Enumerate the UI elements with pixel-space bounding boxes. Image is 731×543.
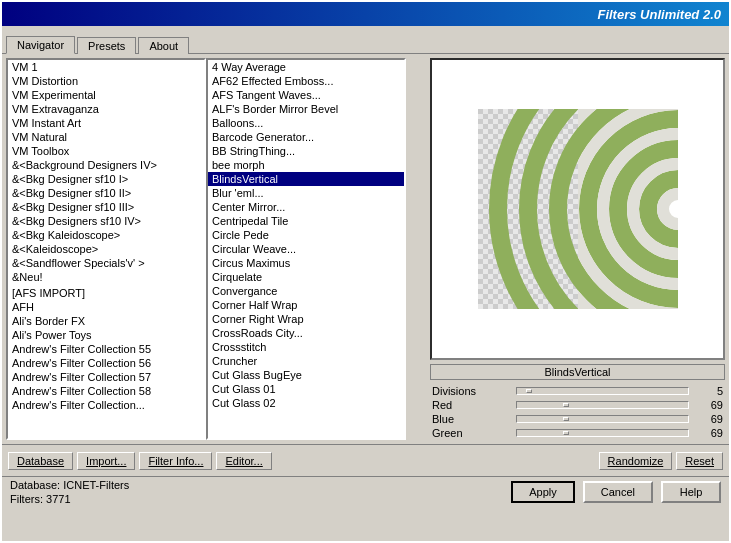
list-item[interactable]: Corner Half Wrap xyxy=(208,298,404,312)
list-item[interactable]: CrossRoads City... xyxy=(208,326,404,340)
param-value-3: 69 xyxy=(693,427,723,439)
param-label-1: Red xyxy=(432,399,512,411)
filters-label: Filters: xyxy=(10,493,43,505)
list-item[interactable]: &<Bkg Designers sf10 IV> xyxy=(8,214,204,228)
database-label: Database: xyxy=(10,479,60,491)
param-slider-3[interactable] xyxy=(516,429,689,437)
filter-category-list-column: VM 1VM DistortionVM ExperimentalVM Extra… xyxy=(6,58,206,440)
param-row-divisions: Divisions 5 xyxy=(430,384,725,398)
list-item[interactable]: Andrew's Filter Collection 56 xyxy=(8,356,204,370)
list-item[interactable]: &<Background Designers IV> xyxy=(8,158,204,172)
list-item[interactable]: BB StringThing... xyxy=(208,144,404,158)
list-item[interactable]: &<Bkg Kaleidoscope> xyxy=(8,228,204,242)
list-item[interactable]: VM Toolbox xyxy=(8,144,204,158)
filter-name-scroll[interactable]: 4 Way AverageAF62 Effected Emboss...AFS … xyxy=(208,60,404,438)
param-row-blue: Blue 69 xyxy=(430,412,725,426)
list-item[interactable]: &<Bkg Designer sf10 I> xyxy=(8,172,204,186)
list-item[interactable]: Cut Glass 01 xyxy=(208,382,404,396)
filter-name-listbox: 4 Way AverageAF62 Effected Emboss...AFS … xyxy=(206,58,406,440)
list-item[interactable]: 4 Way Average xyxy=(208,60,404,74)
list-item[interactable]: &Neu! xyxy=(8,270,204,284)
param-slider-2[interactable] xyxy=(516,415,689,423)
list-item[interactable]: Circus Maximus xyxy=(208,256,404,270)
list-item[interactable]: Corner Right Wrap xyxy=(208,312,404,326)
param-value-2: 69 xyxy=(693,413,723,425)
filter-info-button[interactable]: Filter Info... xyxy=(139,452,212,470)
list-item[interactable]: Barcode Generator... xyxy=(208,130,404,144)
reset-button[interactable]: Reset xyxy=(676,452,723,470)
params-area: Divisions 5 Red 69 Blue 69 Green 69 xyxy=(430,384,725,440)
list-item[interactable]: VM Distortion xyxy=(8,74,204,88)
list-item[interactable]: bee morph xyxy=(208,158,404,172)
list-item[interactable]: Crossstitch xyxy=(208,340,404,354)
preview-svg xyxy=(478,109,678,309)
database-button[interactable]: Database xyxy=(8,452,73,470)
list-item[interactable]: Centripedal Tile xyxy=(208,214,404,228)
cancel-button[interactable]: Cancel xyxy=(583,481,653,503)
param-row-red: Red 69 xyxy=(430,398,725,412)
list-item[interactable]: Ali's Border FX xyxy=(8,314,204,328)
filter-name-list-column: 4 Way AverageAF62 Effected Emboss...AFS … xyxy=(206,58,406,440)
list-item[interactable]: Convergance xyxy=(208,284,404,298)
list-item[interactable]: VM Experimental xyxy=(8,88,204,102)
tab-presets[interactable]: Presets xyxy=(77,37,136,54)
tab-navigator[interactable]: Navigator xyxy=(6,36,75,54)
list-item[interactable]: Circular Weave... xyxy=(208,242,404,256)
list-item[interactable]: VM Instant Art xyxy=(8,116,204,130)
list-item[interactable]: Cruncher xyxy=(208,354,404,368)
filters-value: 3771 xyxy=(46,493,70,505)
param-value-0: 5 xyxy=(693,385,723,397)
param-label-3: Green xyxy=(432,427,512,439)
list-item[interactable]: Circle Pede xyxy=(208,228,404,242)
list-item[interactable]: BlindsVertical xyxy=(208,172,404,186)
action-buttons: Apply Cancel Help xyxy=(511,481,721,503)
list-item[interactable]: Andrew's Filter Collection... xyxy=(8,398,204,412)
list-item[interactable]: Balloons... xyxy=(208,116,404,130)
list-item[interactable]: Cut Glass 02 xyxy=(208,396,404,410)
param-label-0: Divisions xyxy=(432,385,512,397)
database-value: ICNET-Filters xyxy=(63,479,129,491)
param-row-green: Green 69 xyxy=(430,426,725,440)
filter-category-scroll[interactable]: VM 1VM DistortionVM ExperimentalVM Extra… xyxy=(8,60,204,438)
randomize-button[interactable]: Randomize xyxy=(599,452,673,470)
list-item[interactable]: &<Bkg Designer sf10 II> xyxy=(8,186,204,200)
main-content: VM 1VM DistortionVM ExperimentalVM Extra… xyxy=(2,54,729,444)
bottom-toolbar: Database Import... Filter Info... Editor… xyxy=(2,444,729,476)
apply-button[interactable]: Apply xyxy=(511,481,575,503)
list-item[interactable]: Center Mirror... xyxy=(208,200,404,214)
list-item[interactable]: Andrew's Filter Collection 58 xyxy=(8,384,204,398)
param-value-1: 69 xyxy=(693,399,723,411)
list-item[interactable]: ALF's Border Mirror Bevel xyxy=(208,102,404,116)
list-item[interactable]: VM Extravaganza xyxy=(8,102,204,116)
list-item[interactable]: &<Bkg Designer sf10 III> xyxy=(8,200,204,214)
title-bar: Filters Unlimited 2.0 xyxy=(2,2,729,26)
list-item[interactable]: AFS Tangent Waves... xyxy=(208,88,404,102)
param-slider-1[interactable] xyxy=(516,401,689,409)
list-item[interactable]: AFH xyxy=(8,300,204,314)
list-item[interactable]: Andrew's Filter Collection 57 xyxy=(8,370,204,384)
list-item[interactable]: Andrew's Filter Collection 55 xyxy=(8,342,204,356)
right-panel: BlindsVertical Divisions 5 Red 69 Blue 6… xyxy=(430,58,725,440)
param-slider-0[interactable] xyxy=(516,387,689,395)
editor-button[interactable]: Editor... xyxy=(216,452,271,470)
preview-area xyxy=(430,58,725,360)
list-item[interactable]: [AFS IMPORT] xyxy=(8,286,204,300)
title-text: Filters Unlimited 2.0 xyxy=(597,7,721,22)
status-bar: Database: ICNET-Filters Filters: 3771 Ap… xyxy=(2,476,729,506)
tab-about[interactable]: About xyxy=(138,37,189,54)
help-button[interactable]: Help xyxy=(661,481,721,503)
left-panel: VM 1VM DistortionVM ExperimentalVM Extra… xyxy=(6,58,426,440)
list-item[interactable]: &<Sandflower Specials'v' > xyxy=(8,256,204,270)
preview-label: BlindsVertical xyxy=(430,364,725,380)
list-item[interactable]: Ali's Power Toys xyxy=(8,328,204,342)
list-item[interactable]: &<Kaleidoscope> xyxy=(8,242,204,256)
database-status: Database: ICNET-Filters xyxy=(10,479,129,491)
list-item[interactable]: AF62 Effected Emboss... xyxy=(208,74,404,88)
list-item[interactable]: VM 1 xyxy=(8,60,204,74)
list-item[interactable]: Blur 'eml... xyxy=(208,186,404,200)
list-item[interactable]: Cirquelate xyxy=(208,270,404,284)
list-item[interactable]: VM Natural xyxy=(8,130,204,144)
list-item[interactable]: Cut Glass BugEye xyxy=(208,368,404,382)
import-button[interactable]: Import... xyxy=(77,452,135,470)
filters-status: Filters: 3771 xyxy=(10,493,129,505)
